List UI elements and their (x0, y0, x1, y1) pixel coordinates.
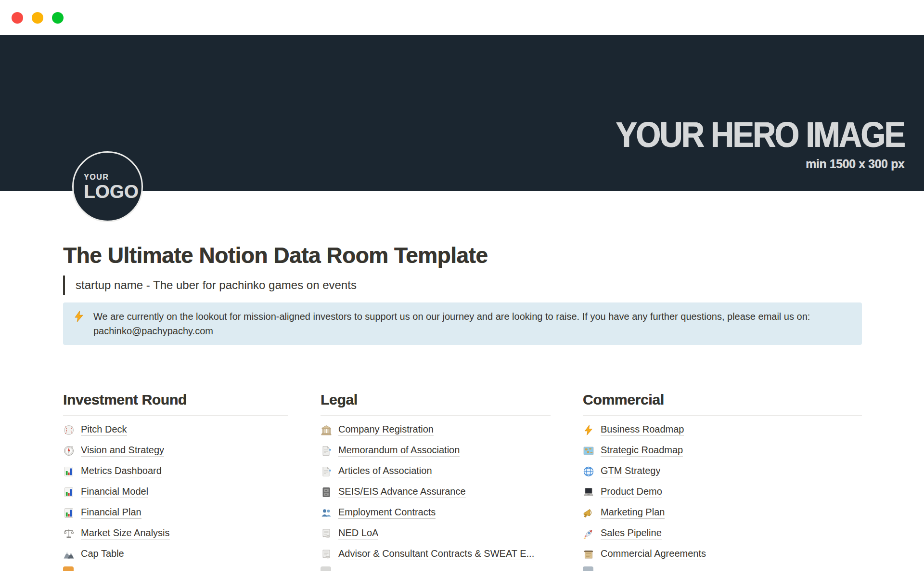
page-curl-icon (321, 528, 332, 539)
globe-icon (583, 466, 594, 477)
callout-line-1: We are currently on the lookout for miss… (93, 311, 810, 322)
column-investment-round: Investment Round Pitch Deck Vision and S… (63, 391, 288, 571)
doc-link-label: Marketing Plan (601, 507, 665, 519)
doc-link-metrics-dashboard[interactable]: Metrics Dashboard (63, 461, 288, 482)
doc-link-business-roadmap[interactable]: Business Roadmap (583, 420, 862, 440)
column-legal: Legal Company Registration Memorandum of… (321, 391, 551, 571)
doc-link-label: SEIS/EIS Advance Assurance (338, 486, 466, 498)
columns-row: Investment Round Pitch Deck Vision and S… (63, 391, 862, 571)
zoom-window-button[interactable] (52, 12, 64, 24)
column-items: Business Roadmap Strategic Roadmap GTM S… (583, 420, 862, 565)
doc-link-label: Advisor & Consultant Contracts & SWEAT E… (338, 548, 534, 560)
world-map-icon (583, 445, 594, 457)
bar-chart-icon (63, 486, 75, 498)
doc-link-advisor-consultant-contracts-sweat-e[interactable]: Advisor & Consultant Contracts & SWEAT E… (321, 544, 551, 565)
bar-chart-icon (63, 507, 75, 519)
doc-link-market-size-analysis[interactable]: Market Size Analysis (63, 523, 288, 544)
bookmark-tabs-icon (321, 466, 332, 477)
doc-link-label: Company Registration (338, 424, 434, 436)
laptop-icon (583, 486, 594, 498)
doc-link-label: GTM Strategy (601, 465, 660, 477)
column-commercial: Commercial Business Roadmap Strategic Ro… (583, 391, 862, 571)
quote-block: startup name - The uber for pachinko gam… (63, 276, 862, 295)
doc-link-label: Strategic Roadmap (601, 445, 683, 457)
doc-link-label: Commercial Agreements (601, 548, 706, 560)
bar-chart-icon (63, 466, 75, 477)
doc-link-pitch-deck[interactable]: Pitch Deck (63, 420, 288, 440)
page-title: The Ultimate Notion Data Room Template (63, 242, 862, 269)
hero-placeholder: YOUR HERO IMAGE min 1500 x 300 px (584, 117, 904, 171)
column-heading-investment-round: Investment Round (63, 391, 288, 416)
doc-link-company-registration[interactable]: Company Registration (321, 420, 551, 440)
logo-text-your: YOUR (84, 173, 141, 182)
lightning-icon (583, 424, 594, 436)
hero-size-hint: min 1500 x 300 px (600, 157, 904, 171)
quote-bar (63, 276, 65, 295)
app-window: YOUR HERO IMAGE min 1500 x 300 px YOUR L… (0, 0, 924, 578)
doc-link-ned-loa[interactable]: NED LoA (321, 523, 551, 544)
quote-text: startup name - The uber for pachinko gam… (76, 276, 357, 295)
bookmark-tabs-icon (321, 445, 332, 457)
callout-email: pachinko@pachypachy.com (93, 326, 213, 336)
close-window-button[interactable] (12, 12, 23, 24)
window-titlebar (0, 0, 924, 35)
page-curl-icon (321, 549, 332, 560)
doc-link-gtm-strategy[interactable]: GTM Strategy (583, 461, 862, 482)
doc-link-vision-and-strategy[interactable]: Vision and Strategy (63, 440, 288, 461)
partial-next-item-icon (583, 566, 593, 571)
lightning-icon (73, 310, 85, 323)
doc-link-label: Metrics Dashboard (81, 465, 162, 477)
column-heading-commercial: Commercial (583, 391, 862, 416)
doc-link-label: Pitch Deck (81, 424, 127, 436)
doc-link-label: Articles of Association (338, 465, 432, 477)
doc-link-label: Market Size Analysis (81, 527, 170, 539)
doc-link-label: Product Demo (601, 486, 662, 498)
callout-block: We are currently on the lookout for miss… (63, 302, 862, 345)
doc-link-label: Business Roadmap (601, 424, 684, 436)
doc-link-label: Memorandum of Association (338, 445, 460, 457)
doc-link-strategic-roadmap[interactable]: Strategic Roadmap (583, 440, 862, 461)
file-cabinet-icon (321, 486, 332, 498)
classical-building-icon (321, 424, 332, 436)
doc-link-product-demo[interactable]: Product Demo (583, 482, 862, 502)
doc-link-label: Financial Model (81, 486, 148, 498)
doc-link-label: Financial Plan (81, 507, 141, 519)
scroll-icon (583, 549, 594, 560)
doc-link-commercial-agreements[interactable]: Commercial Agreements (583, 544, 862, 565)
doc-link-financial-plan[interactable]: Financial Plan (63, 502, 288, 523)
rocket-icon (583, 528, 594, 539)
doc-link-cap-table[interactable]: Cap Table (63, 544, 288, 565)
partial-next-item-icon (321, 566, 331, 571)
doc-link-marketing-plan[interactable]: Marketing Plan (583, 502, 862, 523)
balance-scale-icon (63, 528, 75, 539)
compass-icon (63, 445, 75, 457)
doc-link-employment-contracts[interactable]: Employment Contracts (321, 502, 551, 523)
partial-next-item-icon (63, 566, 74, 571)
megaphone-icon (583, 507, 594, 519)
page-cover-image[interactable]: YOUR HERO IMAGE min 1500 x 300 px (0, 35, 924, 191)
column-items: Pitch Deck Vision and Strategy Metrics D… (63, 420, 288, 565)
page-content: The Ultimate Notion Data Room Template s… (63, 191, 862, 571)
column-heading-legal: Legal (321, 391, 551, 416)
doc-link-label: Vision and Strategy (81, 445, 164, 457)
minimize-window-button[interactable] (32, 12, 43, 24)
busts-icon (321, 507, 332, 519)
doc-link-financial-model[interactable]: Financial Model (63, 482, 288, 502)
callout-text: We are currently on the lookout for miss… (93, 309, 810, 338)
doc-link-seis-eis-advance-assurance[interactable]: SEIS/EIS Advance Assurance (321, 482, 551, 502)
doc-link-articles-of-association[interactable]: Articles of Association (321, 461, 551, 482)
doc-link-label: Employment Contracts (338, 507, 436, 519)
hero-placeholder-title: YOUR HERO IMAGE (616, 117, 904, 153)
doc-link-label: Sales Pipeline (601, 527, 662, 539)
doc-link-memorandum-of-association[interactable]: Memorandum of Association (321, 440, 551, 461)
doc-link-label: NED LoA (338, 527, 378, 539)
baseball-icon (63, 424, 75, 436)
doc-link-sales-pipeline[interactable]: Sales Pipeline (583, 523, 862, 544)
column-items: Company Registration Memorandum of Assoc… (321, 420, 551, 565)
doc-link-label: Cap Table (81, 548, 124, 560)
mountain-icon (63, 549, 75, 560)
